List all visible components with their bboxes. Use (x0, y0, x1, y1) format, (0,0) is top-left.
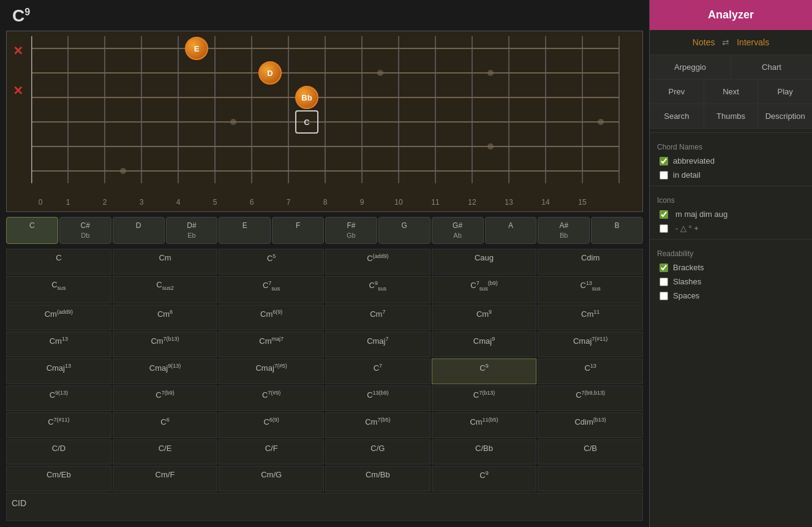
slashes-row[interactable]: Slashes (650, 275, 812, 289)
note-selector: C C#Db D D#Eb E F F#Gb G G#Ab A A#Bb B (6, 217, 643, 244)
chord-Cmaj7s5[interactable]: Cmaj7(#5) (219, 358, 324, 384)
chord-C7b13[interactable]: C7(b13) (432, 385, 537, 411)
chord-Caug[interactable]: Caug (432, 249, 537, 275)
description-button[interactable]: Description (758, 104, 812, 128)
note-csharp[interactable]: C#Db (59, 217, 111, 244)
abbreviated-checkbox[interactable] (660, 157, 668, 165)
chord-CoverB[interactable]: C/B (538, 439, 643, 464)
cid-row[interactable]: CID (6, 493, 643, 521)
chord-C7s9[interactable]: C7(#9) (219, 385, 324, 411)
search-button[interactable]: Search (650, 104, 704, 128)
analyzer-title: Analyzer (708, 9, 754, 21)
chord-CmoverG[interactable]: Cm/G (219, 466, 324, 491)
play-button[interactable]: Play (758, 80, 812, 104)
chord-C7b9b13[interactable]: C7(b9,b13) (538, 385, 643, 411)
chord-Csus[interactable]: Csus (6, 276, 111, 303)
note-g[interactable]: G (378, 217, 430, 244)
chord-Cm69[interactable]: Cm6(9) (219, 305, 324, 330)
chord-Csus2[interactable]: Csus2 (113, 276, 218, 303)
chord-Cmaj7s11[interactable]: Cmaj7(#11) (538, 332, 643, 357)
chord-Cm7b5[interactable]: Cm7(b5) (325, 412, 430, 438)
chord-C7[interactable]: C7 (325, 358, 430, 384)
brackets-checkbox[interactable] (660, 264, 668, 272)
chord-Cmaj9[interactable]: Cmaj9 (432, 332, 537, 357)
note-asharp[interactable]: A#Bb (538, 217, 590, 244)
slashes-checkbox[interactable] (660, 278, 668, 286)
note-dsharp[interactable]: D#Eb (166, 217, 218, 244)
chord-CoverD[interactable]: C/D (6, 439, 111, 464)
chord-CmoverEb[interactable]: Cm/Eb (6, 466, 111, 491)
chord-Cdimb13[interactable]: Cdim(b13) (538, 412, 643, 438)
chord-C7sus[interactable]: C7sus (219, 276, 324, 303)
chord-C[interactable]: C (6, 249, 111, 275)
next-button[interactable]: Next (704, 80, 759, 104)
chord-Cm9[interactable]: Cm9 (432, 305, 537, 330)
chord-C7susb9[interactable]: C7sus(b9) (432, 276, 537, 303)
icons-symbols-row: - △ ° + (650, 221, 812, 235)
in-detail-row[interactable]: in detail (650, 168, 812, 182)
thumbs-button[interactable]: Thumbs (704, 104, 759, 128)
note-f[interactable]: F (272, 217, 324, 244)
chord-CoverG[interactable]: C/G (325, 439, 430, 464)
chord-C913[interactable]: C9(13) (6, 385, 111, 411)
svg-text:E: E (194, 44, 200, 53)
chord-CoverF[interactable]: C/F (219, 439, 324, 464)
chord-C69[interactable]: C6(9) (219, 412, 324, 438)
chord-quality: 9 (24, 7, 30, 17)
chord-C7s11[interactable]: C7(#11) (6, 412, 111, 438)
chart-button[interactable]: Chart (731, 55, 812, 79)
icons-checkbox[interactable] (660, 210, 668, 219)
indetail-checkbox[interactable] (660, 171, 668, 180)
chord-CoverBb[interactable]: C/Bb (432, 439, 537, 464)
arpeggio-button[interactable]: Arpeggio (650, 55, 731, 79)
chord-C9[interactable]: C9 (432, 358, 537, 384)
chord-CmoverBb[interactable]: Cm/Bb (325, 466, 430, 491)
chord-empty (538, 466, 643, 491)
chord-Cmaj7[interactable]: Cmaj7 (325, 332, 430, 357)
x-mark-mid[interactable]: ✕ (13, 83, 23, 98)
chord-Cm7b13[interactable]: Cm7(b13) (113, 332, 218, 357)
chord-C6[interactable]: C6 (113, 412, 218, 438)
chord-Cm7[interactable]: Cm7 (325, 305, 430, 330)
chord-C13[interactable]: C13 (538, 358, 643, 384)
note-b[interactable]: B (591, 217, 643, 244)
chord-C9-last[interactable]: C9 (432, 466, 537, 491)
fret-numbers: 0 1 2 3 4 5 6 7 8 9 10 11 12 13 14 15 (31, 198, 637, 207)
spaces-row[interactable]: Spaces (650, 289, 812, 303)
chord-C7b9[interactable]: C7(b9) (113, 385, 218, 411)
chord-Cm13[interactable]: Cm13 (6, 332, 111, 357)
chord-C13b9[interactable]: C13(b9) (325, 385, 430, 411)
chord-C9sus[interactable]: C9sus (325, 276, 430, 303)
chord-root: C (12, 6, 24, 25)
chord-Cm6[interactable]: Cm6 (113, 305, 218, 330)
chord-Cm11[interactable]: Cm11 (538, 305, 643, 330)
chord-Cmadd9[interactable]: Cm(add9) (6, 305, 111, 330)
icons-symbols: - △ ° + (675, 224, 699, 233)
analyzer-header: Analyzer (650, 0, 812, 30)
icons-check-row: m maj dim aug (650, 207, 812, 221)
chord-CmoverF[interactable]: Cm/F (113, 466, 218, 491)
chord-Cmaj13[interactable]: Cmaj13 (6, 358, 111, 384)
chord-Cm11b5[interactable]: Cm11(b5) (432, 412, 537, 438)
chord-C5[interactable]: C5 (219, 249, 324, 275)
chord-C13sus[interactable]: C13sus (538, 276, 643, 303)
abbreviated-row[interactable]: abbreviated (650, 154, 812, 168)
spaces-checkbox[interactable] (660, 292, 668, 300)
notes-intervals-toggle[interactable]: Notes ⇄ Intervals (650, 30, 812, 55)
note-d[interactable]: D (113, 217, 165, 244)
icons-sym-checkbox[interactable] (660, 224, 668, 233)
chord-Cdim[interactable]: Cdim (538, 249, 643, 275)
chord-Cadd9[interactable]: C(add9) (325, 249, 430, 275)
prev-button[interactable]: Prev (650, 80, 704, 104)
note-e[interactable]: E (219, 217, 271, 244)
chord-CoverE[interactable]: C/E (113, 439, 218, 464)
note-fsharp[interactable]: F#Gb (325, 217, 377, 244)
note-c[interactable]: C (6, 217, 58, 244)
chord-Cm[interactable]: Cm (113, 249, 218, 275)
chord-Cmaj913[interactable]: Cmaj9(13) (113, 358, 218, 384)
note-gsharp[interactable]: G#Ab (432, 217, 484, 244)
brackets-row[interactable]: Brackets (650, 260, 812, 275)
x-mark-top[interactable]: ✕ (13, 44, 23, 58)
note-a[interactable]: A (485, 217, 537, 244)
chord-Cmmaj7[interactable]: Cmmaj7 (219, 332, 324, 357)
